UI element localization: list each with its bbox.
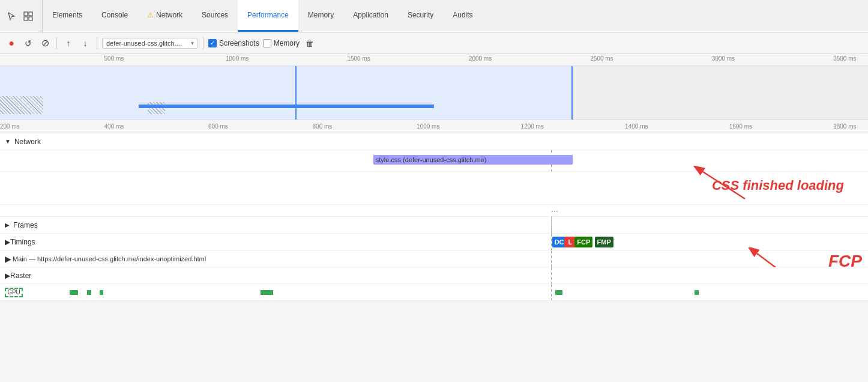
- ellipsis-row: ···: [0, 205, 868, 217]
- ruler-mark-500: 500 ms: [104, 55, 124, 62]
- gpu-bar-6: [695, 290, 699, 295]
- gpu-bar-4: [261, 290, 274, 295]
- detail-mark-400: 400 ms: [104, 123, 124, 130]
- raster-vline: [551, 267, 552, 283]
- top-nav: Elements Console ⚠ Network Sources Perfo…: [0, 0, 868, 32]
- tab-console[interactable]: Console: [92, 0, 137, 32]
- timings-row[interactable]: ▶ Timings DCL L FCP FMP: [0, 234, 868, 250]
- detail-mark-1000: 1000 ms: [417, 123, 439, 130]
- dropdown-chevron-icon: ▾: [191, 40, 194, 46]
- warn-icon: ⚠: [147, 11, 154, 19]
- detail-mark-1200: 1200 ms: [521, 123, 544, 130]
- reload-button[interactable]: ↺: [22, 37, 35, 50]
- gpu-bar-5: [555, 290, 562, 295]
- detail-mark-1600: 1600 ms: [729, 123, 752, 130]
- tab-performance[interactable]: Performance: [238, 0, 298, 32]
- frames-row[interactable]: ▶ Frames: [0, 217, 868, 234]
- timings-triangle: ▶: [5, 238, 10, 246]
- timeline-selection: [0, 66, 573, 120]
- profile-dropdown[interactable]: defer-unused-css.glitch.... ▾: [102, 38, 198, 49]
- raster-triangle: ▶: [5, 271, 10, 280]
- trash-button[interactable]: 🗑: [306, 38, 314, 48]
- screenshots-checkbox[interactable]: ✓: [208, 39, 217, 47]
- fmp-badge: FMP: [595, 237, 613, 247]
- ruler-mark-2000: 2000 ms: [469, 55, 492, 62]
- svg-rect-2: [24, 17, 28, 20]
- ellipsis-text: ···: [551, 206, 558, 216]
- timeline-overview: 500 ms 1000 ms 1500 ms 2000 ms 2500 ms 3…: [0, 54, 868, 120]
- detail-mark-1400: 1400 ms: [625, 123, 648, 130]
- tab-security[interactable]: Security: [398, 0, 443, 32]
- detail-mark-200: 200 ms: [0, 123, 20, 130]
- annotation-area: CSS finished loading: [0, 172, 868, 205]
- nav-icons: [5, 0, 43, 32]
- raster-row[interactable]: ▶ Raster: [0, 267, 868, 284]
- frames-vline-extra: [551, 217, 552, 233]
- timeline-cursor: [295, 66, 297, 120]
- main-row[interactable]: ▶ Main — https://defer-unused-css.glitch…: [0, 250, 868, 267]
- gpu-bar-1: [70, 290, 78, 295]
- network-section-header[interactable]: ▼ Network: [0, 133, 868, 150]
- timeline-minimap[interactable]: [0, 66, 868, 120]
- cpu-activity-1: [0, 96, 43, 114]
- ruler-mark-1500: 1500 ms: [347, 55, 370, 62]
- separator-2: [97, 37, 97, 49]
- main-play-icon: ▶: [5, 254, 11, 264]
- detail-mark-800: 800 ms: [313, 123, 333, 130]
- tab-audits[interactable]: Audits: [443, 0, 482, 32]
- separator-3: [203, 37, 203, 49]
- download-button[interactable]: ↓: [79, 37, 92, 50]
- css-bar[interactable]: style.css (defer-unused-css.glitch.me): [373, 155, 573, 165]
- ruler-mark-2500: 2500 ms: [590, 55, 613, 62]
- detail-mark-1800: 1800 ms: [833, 123, 856, 130]
- memory-checkbox[interactable]: [263, 39, 271, 47]
- detail-ruler: 200 ms 400 ms 600 ms 800 ms 1000 ms 1200…: [0, 120, 868, 133]
- main-vline: [551, 250, 552, 267]
- gpu-row[interactable]: GPU: [0, 284, 868, 301]
- ruler-mark-1000: 1000 ms: [226, 55, 249, 62]
- gpu-label-box: GPU: [5, 288, 23, 297]
- tab-sources[interactable]: Sources: [192, 0, 238, 32]
- minimap-network-bar: [139, 105, 434, 108]
- css-finished-loading-text: CSS finished loading: [712, 178, 844, 193]
- gpu-bar-2: [87, 290, 91, 295]
- tab-elements[interactable]: Elements: [43, 0, 92, 32]
- cpu-activity-2: [148, 102, 165, 114]
- detail-area: ▼ Network style.css (defer-unused-css.gl…: [0, 133, 868, 301]
- tab-application[interactable]: Application: [343, 0, 398, 32]
- cursor-icon[interactable]: [5, 10, 18, 23]
- upload-button[interactable]: ↑: [62, 37, 75, 50]
- toolbar: ● ↺ ⊘ ↑ ↓ defer-unused-css.glitch.... ▾ …: [0, 32, 868, 54]
- stop-button[interactable]: ⊘: [38, 37, 52, 50]
- ruler-mark-3000: 3000 ms: [712, 55, 735, 62]
- ruler-mark-3500: 3500 ms: [833, 55, 856, 62]
- svg-rect-0: [24, 12, 28, 16]
- network-collapse-triangle: ▼: [5, 138, 11, 145]
- detail-mark-600: 600 ms: [208, 123, 228, 130]
- tab-network[interactable]: ⚠ Network: [137, 0, 192, 32]
- inspect-icon[interactable]: [22, 10, 35, 23]
- svg-rect-1: [29, 12, 32, 16]
- record-button[interactable]: ●: [5, 37, 18, 50]
- timeline-unselected: [573, 66, 868, 120]
- tab-memory[interactable]: Memory: [298, 0, 343, 32]
- gpu-vline: [551, 284, 552, 300]
- gpu-bar-3: [100, 290, 103, 295]
- timeline-ruler-top: 500 ms 1000 ms 1500 ms 2000 ms 2500 ms 3…: [0, 54, 868, 66]
- fcp-badge: FCP: [574, 237, 592, 247]
- separator-1: [56, 37, 57, 49]
- memory-checkbox-label[interactable]: Memory: [263, 39, 300, 47]
- screenshots-checkbox-label[interactable]: ✓ Screenshots: [208, 39, 259, 47]
- frames-triangle: ▶: [5, 222, 10, 228]
- svg-rect-3: [29, 17, 32, 20]
- timings-vline: [551, 234, 552, 250]
